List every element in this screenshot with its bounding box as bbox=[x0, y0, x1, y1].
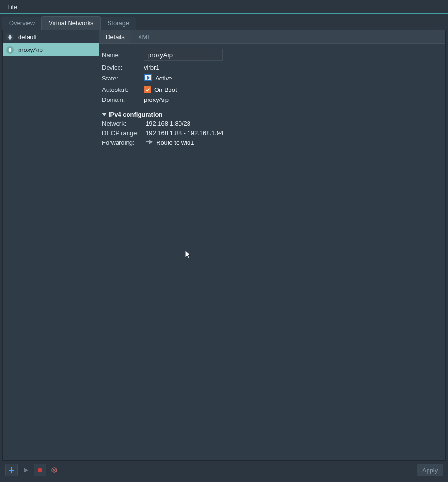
ipv4-forwarding-value: Route to wlo1 bbox=[156, 139, 194, 146]
network-item-label: default bbox=[18, 33, 37, 40]
menu-file[interactable]: File bbox=[4, 2, 20, 11]
details-body: Name: Device: virbr1 State: bbox=[99, 44, 445, 460]
detail-subtabs: Details XML bbox=[99, 30, 445, 44]
apply-button[interactable]: Apply bbox=[417, 464, 443, 476]
stop-network-button[interactable] bbox=[34, 464, 46, 476]
menubar: File bbox=[0, 0, 448, 14]
detail-area: Details XML Name: Device: virbr1 State: bbox=[99, 30, 445, 460]
autostart-label: Autostart: bbox=[102, 86, 141, 93]
device-label: Device: bbox=[102, 64, 141, 71]
start-network-button[interactable] bbox=[20, 464, 32, 476]
window: File Overview Virtual Networks Storage bbox=[0, 0, 448, 482]
top-tabs: Overview Virtual Networks Storage bbox=[2, 16, 446, 30]
delete-network-button[interactable] bbox=[48, 464, 60, 476]
tab-virtual-networks[interactable]: Virtual Networks bbox=[41, 16, 100, 30]
ipv4-grid: Network: 192.168.1.80/28 DHCP range: 192… bbox=[102, 120, 442, 146]
network-item-label: proxyArp bbox=[18, 46, 43, 53]
play-icon bbox=[23, 467, 29, 473]
main-area: default proxyArp bbox=[2, 30, 446, 461]
autostart-value: On Boot bbox=[154, 86, 177, 93]
ipv4-header-label: IPv4 configuration bbox=[109, 111, 162, 118]
name-label: Name: bbox=[102, 51, 141, 59]
state-label: State: bbox=[102, 75, 141, 82]
ipv4-network-value: 192.168.1.80/28 bbox=[146, 120, 442, 127]
ipv4-dhcp-label: DHCP range: bbox=[102, 130, 143, 137]
route-icon bbox=[146, 139, 153, 146]
ipv4-forwarding-row: Route to wlo1 bbox=[146, 139, 442, 146]
stop-record-icon bbox=[37, 467, 43, 473]
content: Overview Virtual Networks Storage bbox=[0, 14, 448, 482]
device-value: virbr1 bbox=[144, 64, 442, 71]
svg-rect-7 bbox=[9, 470, 14, 471]
svg-rect-3 bbox=[10, 47, 10, 53]
ipv4-header[interactable]: IPv4 configuration bbox=[102, 111, 442, 118]
delete-icon bbox=[51, 467, 58, 473]
autostart-checkbox[interactable] bbox=[144, 86, 151, 93]
state-value: Active bbox=[155, 75, 172, 82]
tab-storage[interactable]: Storage bbox=[101, 17, 136, 30]
svg-point-8 bbox=[38, 468, 42, 472]
svg-rect-1 bbox=[10, 34, 10, 40]
ipv4-network-label: Network: bbox=[102, 120, 143, 127]
footer: Apply bbox=[2, 461, 446, 480]
state-row: Active bbox=[144, 74, 442, 83]
network-icon bbox=[6, 33, 14, 41]
sidebar: default proxyArp bbox=[3, 30, 99, 460]
subtab-details[interactable]: Details bbox=[99, 30, 131, 43]
domain-value: proxyArp bbox=[144, 96, 442, 103]
network-item-default[interactable]: default bbox=[3, 30, 99, 43]
network-list: default proxyArp bbox=[3, 30, 99, 460]
domain-label: Domain: bbox=[102, 96, 141, 103]
network-icon bbox=[6, 46, 14, 54]
ipv4-dhcp-value: 192.168.1.88 - 192.168.1.94 bbox=[146, 130, 442, 137]
ipv4-forwarding-label: Forwarding: bbox=[102, 139, 143, 146]
expander-icon bbox=[102, 113, 107, 116]
details-form: Name: Device: virbr1 State: bbox=[102, 49, 442, 103]
plus-icon bbox=[8, 467, 15, 473]
autostart-row[interactable]: On Boot bbox=[144, 86, 442, 93]
tab-overview[interactable]: Overview bbox=[2, 17, 41, 30]
name-input[interactable] bbox=[144, 49, 223, 61]
network-item-proxyarp[interactable]: proxyArp bbox=[3, 43, 99, 56]
play-icon bbox=[144, 74, 152, 83]
add-network-button[interactable] bbox=[5, 464, 18, 476]
subtab-xml[interactable]: XML bbox=[131, 30, 158, 43]
